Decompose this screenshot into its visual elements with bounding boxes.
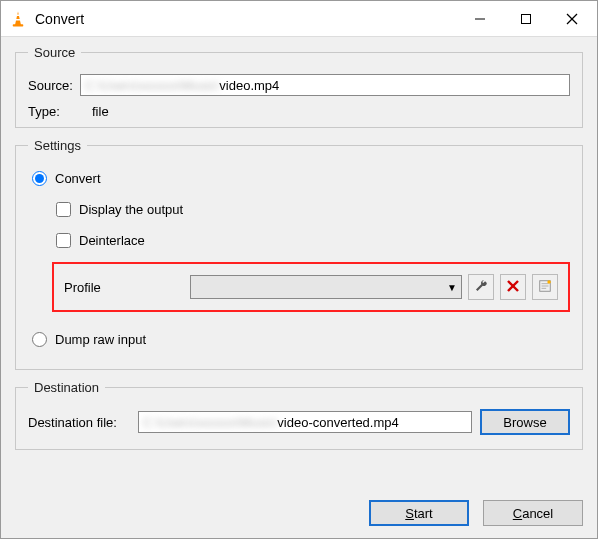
source-label: Source: xyxy=(28,78,80,93)
svg-marker-0 xyxy=(15,11,21,25)
convert-radio[interactable] xyxy=(32,171,47,186)
display-output-checkbox[interactable] xyxy=(56,202,71,217)
close-button[interactable] xyxy=(549,4,595,34)
svg-point-14 xyxy=(547,280,551,284)
browse-button[interactable]: Browse xyxy=(480,409,570,435)
x-icon xyxy=(507,280,519,295)
profile-label: Profile xyxy=(64,280,184,295)
wrench-icon xyxy=(474,279,488,296)
type-label: Type: xyxy=(28,104,80,119)
titlebar: Convert xyxy=(1,1,597,37)
edit-profile-button[interactable] xyxy=(468,274,494,300)
svg-rect-1 xyxy=(17,14,20,16)
settings-group: Settings Convert Display the output Dein… xyxy=(15,138,583,370)
svg-rect-5 xyxy=(522,14,531,23)
svg-rect-3 xyxy=(13,24,24,26)
convert-label: Convert xyxy=(55,171,101,186)
content-area: Source Source: C:\Users\xxxxxx\Music\ vi… xyxy=(1,37,597,494)
profile-select[interactable]: ▼ xyxy=(190,275,462,299)
destination-group: Destination Destination file: C:\Users\x… xyxy=(15,380,583,450)
new-profile-button[interactable] xyxy=(532,274,558,300)
source-path-hidden: C:\Users\xxxxxx\Music\ xyxy=(85,78,219,93)
window-title: Convert xyxy=(35,11,457,27)
start-button[interactable]: Start xyxy=(369,500,469,526)
source-input[interactable]: C:\Users\xxxxxx\Music\ video.mp4 xyxy=(80,74,570,96)
vlc-cone-icon xyxy=(9,10,27,28)
convert-dialog: Convert Source Source: C:\Users\xxxxxx\M… xyxy=(0,0,598,539)
destination-input[interactable]: C:\Users\xxxxxx\Music\ video-converted.m… xyxy=(138,411,472,433)
minimize-button[interactable] xyxy=(457,4,503,34)
source-legend: Source xyxy=(28,45,81,60)
deinterlace-checkbox[interactable] xyxy=(56,233,71,248)
maximize-button[interactable] xyxy=(503,4,549,34)
dialog-footer: Start Cancel xyxy=(1,494,597,538)
list-new-icon xyxy=(538,279,552,296)
profile-highlight-box: Profile ▼ xyxy=(52,262,570,312)
destination-path-visible: video-converted.mp4 xyxy=(277,415,398,430)
deinterlace-label: Deinterlace xyxy=(79,233,145,248)
source-path-visible: video.mp4 xyxy=(219,78,279,93)
chevron-down-icon: ▼ xyxy=(447,282,457,293)
destination-legend: Destination xyxy=(28,380,105,395)
source-group: Source Source: C:\Users\xxxxxx\Music\ vi… xyxy=(15,45,583,128)
settings-legend: Settings xyxy=(28,138,87,153)
delete-profile-button[interactable] xyxy=(500,274,526,300)
svg-rect-2 xyxy=(16,19,21,21)
destination-path-hidden: C:\Users\xxxxxx\Music\ xyxy=(143,415,277,430)
cancel-button[interactable]: Cancel xyxy=(483,500,583,526)
dump-radio[interactable] xyxy=(32,332,47,347)
display-output-label: Display the output xyxy=(79,202,183,217)
destination-label: Destination file: xyxy=(28,415,138,430)
dump-label: Dump raw input xyxy=(55,332,146,347)
type-value: file xyxy=(92,104,109,119)
